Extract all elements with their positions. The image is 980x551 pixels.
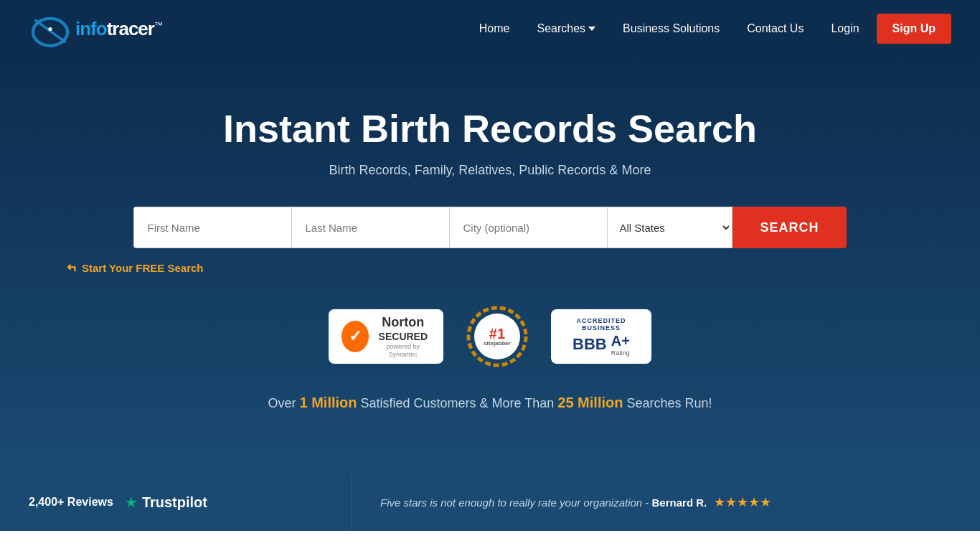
stats-row: Over 1 Million Satisfied Customers & Mor…	[29, 395, 951, 411]
bbb-grade: A+	[611, 333, 630, 349]
badges-row: ✓ Norton SECURED powered by Symantec #1 …	[29, 304, 951, 369]
sitejabber-badge: #1 sitejabber	[465, 304, 529, 369]
hero-section: Instant Birth Records Search Birth Recor…	[0, 57, 980, 474]
last-name-input[interactable]	[291, 207, 449, 248]
header: infotracer™ Home Searches Business Solut…	[0, 0, 980, 57]
review-author: Bernard R.	[652, 496, 707, 509]
signup-button[interactable]: Sign Up	[877, 14, 951, 44]
nav-contact[interactable]: Contact Us	[737, 17, 814, 41]
hero-title: Instant Birth Records Search	[29, 108, 951, 150]
stat-million1: 1 Million	[300, 395, 357, 410]
norton-secured-text: Norton	[376, 315, 430, 331]
svg-point-3	[48, 27, 52, 30]
review-stars-icon: ★★★★★	[714, 494, 771, 510]
searches-chevron-icon	[588, 27, 595, 31]
search-form: All StatesAlabamaAlaskaArizonaArkansasCa…	[67, 207, 913, 248]
sitejabber-number: #1	[484, 326, 511, 341]
norton-secured-label: SECURED	[376, 331, 430, 343]
norton-badge: ✓ Norton SECURED powered by Symantec	[329, 309, 443, 364]
logo[interactable]: infotracer™	[29, 9, 162, 49]
main-nav: Home Searches Business Solutions Contact…	[469, 14, 951, 44]
state-select[interactable]: All StatesAlabamaAlaskaArizonaArkansasCa…	[607, 207, 732, 248]
hero-subtitle: Birth Records, Family, Relatives, Public…	[29, 163, 951, 178]
bbb-accredited-text: ACCREDITED BUSINESS	[561, 317, 641, 331]
norton-powered-text: powered by Symantec	[376, 343, 430, 359]
nav-home[interactable]: Home	[469, 17, 520, 41]
search-button[interactable]: SEARCH	[732, 207, 846, 248]
trustpilot-star-icon: ★	[125, 494, 138, 511]
trustpilot-left: 2,400+ Reviews ★ Trustpilot	[0, 474, 352, 531]
bbb-rating-label: Rating	[611, 349, 630, 357]
logo-text: infotracer™	[75, 18, 162, 40]
free-search-row: ↵ Start Your FREE Search	[67, 260, 913, 276]
bbb-logo-text: BBB	[573, 335, 607, 354]
free-search-link[interactable]: ↵ Start Your FREE Search	[67, 260, 204, 276]
trustpilot-name: Trustpilot	[142, 494, 207, 511]
nav-login[interactable]: Login	[821, 17, 869, 41]
reviews-count: 2,400+ Reviews	[29, 496, 113, 509]
arrow-icon: ↵	[67, 260, 77, 276]
bbb-badge: ACCREDITED BUSINESS BBB A+ Rating	[551, 309, 651, 364]
sitejabber-label: sitejabber	[484, 341, 511, 347]
trustpilot-right: Five stars is not enough to really rate …	[352, 474, 980, 531]
nav-business[interactable]: Business Solutions	[613, 17, 730, 41]
trustpilot-banner: 2,400+ Reviews ★ Trustpilot Five stars i…	[0, 474, 980, 531]
review-quote-text: Five stars is not enough to really rate …	[380, 496, 649, 509]
nav-searches[interactable]: Searches	[527, 17, 606, 41]
norton-check-icon: ✓	[341, 321, 369, 352]
what-section: What Does a Birth Records Report Include…	[0, 531, 980, 551]
trustpilot-logo: ★ Trustpilot	[125, 494, 207, 511]
first-name-input[interactable]	[133, 207, 291, 248]
city-input[interactable]	[449, 207, 607, 248]
stat-million2: 25 Million	[557, 395, 623, 410]
